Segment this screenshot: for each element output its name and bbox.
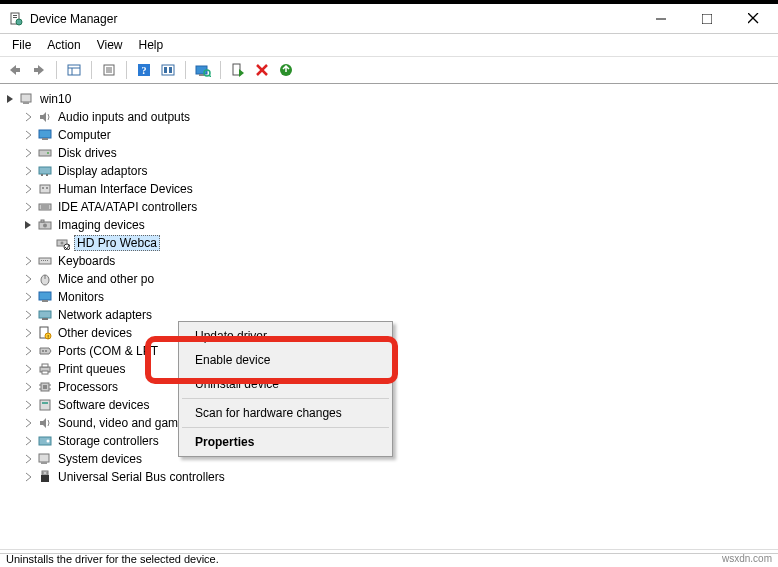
tree-item-computer[interactable]: Computer bbox=[4, 126, 774, 144]
svg-rect-81 bbox=[41, 462, 47, 464]
tree-item-mice[interactable]: Mice and other po bbox=[4, 270, 774, 288]
collapse-arrow-icon[interactable] bbox=[22, 308, 36, 322]
minimize-button[interactable] bbox=[638, 5, 684, 33]
context-scan-hardware[interactable]: Scan for hardware changes bbox=[181, 401, 390, 425]
collapse-arrow-icon[interactable] bbox=[22, 110, 36, 124]
hid-icon bbox=[37, 181, 53, 197]
collapse-arrow-icon[interactable] bbox=[22, 398, 36, 412]
collapse-arrow-icon[interactable] bbox=[22, 362, 36, 376]
collapse-arrow-icon[interactable] bbox=[22, 128, 36, 142]
display-adapter-icon bbox=[37, 163, 53, 179]
menu-separator bbox=[182, 427, 389, 428]
context-menu: Update driver Enable device Uninstall de… bbox=[178, 321, 393, 457]
tree-root-label: win10 bbox=[38, 92, 73, 106]
window-title: Device Manager bbox=[30, 12, 638, 26]
back-button[interactable] bbox=[4, 59, 26, 81]
sound-icon bbox=[37, 415, 53, 431]
context-enable-device[interactable]: Enable device bbox=[181, 348, 390, 372]
keyboard-icon bbox=[37, 253, 53, 269]
forward-button[interactable] bbox=[28, 59, 50, 81]
context-properties[interactable]: Properties bbox=[181, 430, 390, 454]
svg-rect-80 bbox=[39, 454, 49, 462]
svg-rect-5 bbox=[702, 14, 712, 24]
tree-item-audio[interactable]: Audio inputs and outputs bbox=[4, 108, 774, 126]
collapse-arrow-icon[interactable] bbox=[22, 470, 36, 484]
svg-point-40 bbox=[42, 187, 44, 189]
svg-rect-55 bbox=[47, 260, 48, 261]
svg-rect-69 bbox=[42, 371, 48, 374]
context-uninstall-device[interactable]: Uninstall device bbox=[181, 372, 390, 396]
svg-rect-10 bbox=[68, 65, 80, 75]
tree-item-hid[interactable]: Human Interface Devices bbox=[4, 180, 774, 198]
svg-rect-8 bbox=[15, 68, 20, 72]
svg-rect-20 bbox=[164, 67, 167, 73]
tree-item-imaging[interactable]: Imaging devices bbox=[4, 216, 774, 234]
menu-separator bbox=[182, 398, 389, 399]
collapse-arrow-icon[interactable] bbox=[22, 380, 36, 394]
collapse-arrow-icon[interactable] bbox=[22, 452, 36, 466]
menu-help[interactable]: Help bbox=[131, 36, 172, 54]
enable-device-icon[interactable] bbox=[227, 59, 249, 81]
action-icon[interactable] bbox=[157, 59, 179, 81]
expand-arrow-icon[interactable] bbox=[4, 92, 18, 106]
tree-item-display[interactable]: Display adaptors bbox=[4, 162, 774, 180]
collapse-arrow-icon[interactable] bbox=[22, 416, 36, 430]
collapse-arrow-icon[interactable] bbox=[22, 164, 36, 178]
tree-item-monitors[interactable]: Monitors bbox=[4, 288, 774, 306]
show-hide-console-icon[interactable] bbox=[63, 59, 85, 81]
status-bar: Uninstalls the driver for the selected d… bbox=[0, 549, 778, 567]
app-icon bbox=[8, 11, 24, 27]
tree-item-usb[interactable]: Universal Serial Bus controllers bbox=[4, 468, 774, 486]
tree-item-keyboards[interactable]: Keyboards bbox=[4, 252, 774, 270]
menu-bar: File Action View Help bbox=[0, 34, 778, 56]
properties-icon[interactable] bbox=[98, 59, 120, 81]
update-driver-icon[interactable] bbox=[275, 59, 297, 81]
collapse-arrow-icon[interactable] bbox=[22, 146, 36, 160]
svg-rect-53 bbox=[43, 260, 44, 261]
monitor-icon bbox=[37, 289, 53, 305]
svg-rect-38 bbox=[46, 174, 48, 176]
help-icon[interactable]: ? bbox=[133, 59, 155, 81]
menu-file[interactable]: File bbox=[4, 36, 39, 54]
webcam-disabled-icon bbox=[55, 235, 71, 251]
tree-root[interactable]: win10 bbox=[4, 90, 774, 108]
svg-rect-47 bbox=[41, 220, 44, 222]
svg-rect-30 bbox=[21, 94, 31, 102]
usb-icon bbox=[37, 469, 53, 485]
svg-rect-26 bbox=[233, 64, 240, 75]
svg-rect-83 bbox=[41, 475, 49, 482]
collapse-arrow-icon[interactable] bbox=[22, 344, 36, 358]
tree-item-ide[interactable]: IDE ATA/ATAPI controllers bbox=[4, 198, 774, 216]
collapse-arrow-icon[interactable] bbox=[22, 182, 36, 196]
device-tree[interactable]: win10 Audio inputs and outputs Computer … bbox=[0, 84, 778, 554]
expand-arrow-icon[interactable] bbox=[22, 218, 36, 232]
menu-action[interactable]: Action bbox=[39, 36, 88, 54]
ide-icon bbox=[37, 199, 53, 215]
uninstall-device-icon[interactable] bbox=[251, 59, 273, 81]
svg-point-65 bbox=[42, 350, 44, 352]
close-button[interactable] bbox=[730, 5, 776, 33]
svg-rect-42 bbox=[39, 204, 51, 210]
svg-point-3 bbox=[16, 19, 22, 25]
computer-icon bbox=[19, 91, 35, 107]
svg-rect-1 bbox=[13, 15, 17, 16]
system-icon bbox=[37, 451, 53, 467]
scan-hardware-icon[interactable] bbox=[192, 59, 214, 81]
collapse-arrow-icon[interactable] bbox=[22, 290, 36, 304]
collapse-arrow-icon[interactable] bbox=[22, 254, 36, 268]
tree-item-disk[interactable]: Disk drives bbox=[4, 144, 774, 162]
tree-item-webcam[interactable]: HD Pro Webca bbox=[4, 234, 774, 252]
collapse-arrow-icon[interactable] bbox=[22, 200, 36, 214]
svg-rect-54 bbox=[45, 260, 46, 261]
menu-view[interactable]: View bbox=[89, 36, 131, 54]
printer-icon bbox=[37, 361, 53, 377]
svg-point-66 bbox=[45, 350, 47, 352]
collapse-arrow-icon[interactable] bbox=[22, 434, 36, 448]
collapse-arrow-icon[interactable] bbox=[22, 326, 36, 340]
disk-icon bbox=[37, 145, 53, 161]
collapse-arrow-icon[interactable] bbox=[22, 272, 36, 286]
svg-point-46 bbox=[43, 224, 47, 228]
toolbar: ? bbox=[0, 56, 778, 84]
context-update-driver[interactable]: Update driver bbox=[181, 324, 390, 348]
maximize-button[interactable] bbox=[684, 5, 730, 33]
